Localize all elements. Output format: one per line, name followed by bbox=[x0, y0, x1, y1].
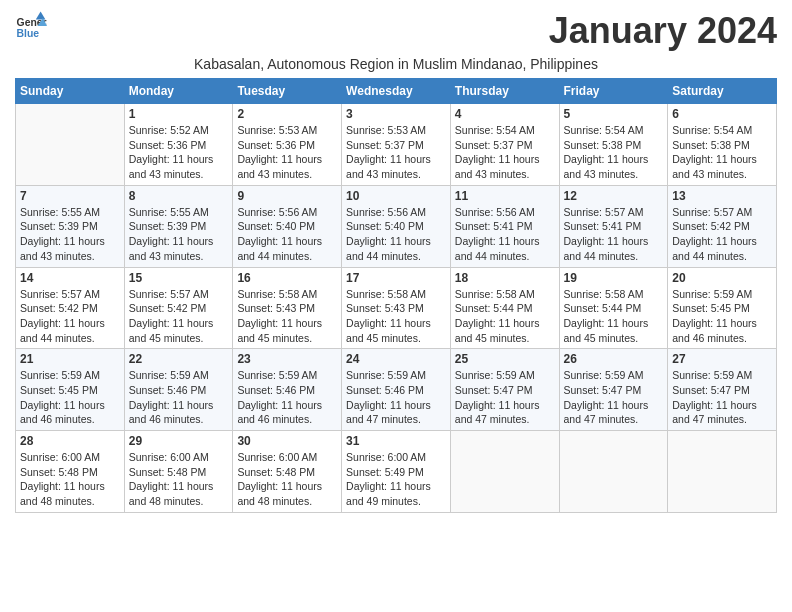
svg-text:Blue: Blue bbox=[17, 28, 40, 39]
calendar-cell: 8 Sunrise: 5:55 AMSunset: 5:39 PMDayligh… bbox=[124, 185, 233, 267]
day-info: Sunrise: 5:58 AMSunset: 5:44 PMDaylight:… bbox=[455, 288, 540, 344]
calendar-cell: 1 Sunrise: 5:52 AMSunset: 5:36 PMDayligh… bbox=[124, 104, 233, 186]
calendar-cell: 18 Sunrise: 5:58 AMSunset: 5:44 PMDaylig… bbox=[450, 267, 559, 349]
calendar-cell: 16 Sunrise: 5:58 AMSunset: 5:43 PMDaylig… bbox=[233, 267, 342, 349]
calendar-cell: 5 Sunrise: 5:54 AMSunset: 5:38 PMDayligh… bbox=[559, 104, 668, 186]
day-number: 3 bbox=[346, 107, 446, 121]
day-info: Sunrise: 5:59 AMSunset: 5:46 PMDaylight:… bbox=[129, 369, 214, 425]
day-number: 28 bbox=[20, 434, 120, 448]
day-number: 2 bbox=[237, 107, 337, 121]
calendar-cell: 29 Sunrise: 6:00 AMSunset: 5:48 PMDaylig… bbox=[124, 431, 233, 513]
day-info: Sunrise: 5:54 AMSunset: 5:38 PMDaylight:… bbox=[564, 124, 649, 180]
day-number: 4 bbox=[455, 107, 555, 121]
calendar-cell: 13 Sunrise: 5:57 AMSunset: 5:42 PMDaylig… bbox=[668, 185, 777, 267]
svg-marker-2 bbox=[36, 12, 46, 20]
day-number: 8 bbox=[129, 189, 229, 203]
calendar-week-3: 14 Sunrise: 5:57 AMSunset: 5:42 PMDaylig… bbox=[16, 267, 777, 349]
day-number: 31 bbox=[346, 434, 446, 448]
day-info: Sunrise: 5:54 AMSunset: 5:38 PMDaylight:… bbox=[672, 124, 757, 180]
day-info: Sunrise: 5:56 AMSunset: 5:41 PMDaylight:… bbox=[455, 206, 540, 262]
day-info: Sunrise: 5:59 AMSunset: 5:46 PMDaylight:… bbox=[237, 369, 322, 425]
calendar-cell: 3 Sunrise: 5:53 AMSunset: 5:37 PMDayligh… bbox=[342, 104, 451, 186]
header-friday: Friday bbox=[559, 79, 668, 104]
calendar-cell bbox=[16, 104, 125, 186]
day-info: Sunrise: 5:56 AMSunset: 5:40 PMDaylight:… bbox=[346, 206, 431, 262]
header-wednesday: Wednesday bbox=[342, 79, 451, 104]
logo: General Blue bbox=[15, 10, 51, 42]
day-number: 15 bbox=[129, 271, 229, 285]
header-monday: Monday bbox=[124, 79, 233, 104]
day-number: 12 bbox=[564, 189, 664, 203]
day-info: Sunrise: 5:58 AMSunset: 5:43 PMDaylight:… bbox=[346, 288, 431, 344]
calendar-cell: 30 Sunrise: 6:00 AMSunset: 5:48 PMDaylig… bbox=[233, 431, 342, 513]
header-saturday: Saturday bbox=[668, 79, 777, 104]
day-number: 17 bbox=[346, 271, 446, 285]
day-number: 9 bbox=[237, 189, 337, 203]
day-info: Sunrise: 5:59 AMSunset: 5:46 PMDaylight:… bbox=[346, 369, 431, 425]
calendar-cell: 14 Sunrise: 5:57 AMSunset: 5:42 PMDaylig… bbox=[16, 267, 125, 349]
day-info: Sunrise: 6:00 AMSunset: 5:48 PMDaylight:… bbox=[237, 451, 322, 507]
day-info: Sunrise: 5:59 AMSunset: 5:45 PMDaylight:… bbox=[672, 288, 757, 344]
calendar-cell: 22 Sunrise: 5:59 AMSunset: 5:46 PMDaylig… bbox=[124, 349, 233, 431]
day-info: Sunrise: 5:53 AMSunset: 5:36 PMDaylight:… bbox=[237, 124, 322, 180]
calendar-cell: 10 Sunrise: 5:56 AMSunset: 5:40 PMDaylig… bbox=[342, 185, 451, 267]
day-number: 5 bbox=[564, 107, 664, 121]
day-number: 22 bbox=[129, 352, 229, 366]
day-info: Sunrise: 5:57 AMSunset: 5:42 PMDaylight:… bbox=[129, 288, 214, 344]
calendar-cell bbox=[559, 431, 668, 513]
calendar-cell: 6 Sunrise: 5:54 AMSunset: 5:38 PMDayligh… bbox=[668, 104, 777, 186]
day-number: 25 bbox=[455, 352, 555, 366]
calendar-week-5: 28 Sunrise: 6:00 AMSunset: 5:48 PMDaylig… bbox=[16, 431, 777, 513]
day-info: Sunrise: 5:55 AMSunset: 5:39 PMDaylight:… bbox=[129, 206, 214, 262]
day-number: 11 bbox=[455, 189, 555, 203]
calendar-cell: 19 Sunrise: 5:58 AMSunset: 5:44 PMDaylig… bbox=[559, 267, 668, 349]
calendar-cell: 28 Sunrise: 6:00 AMSunset: 5:48 PMDaylig… bbox=[16, 431, 125, 513]
day-number: 30 bbox=[237, 434, 337, 448]
calendar-cell: 25 Sunrise: 5:59 AMSunset: 5:47 PMDaylig… bbox=[450, 349, 559, 431]
day-number: 14 bbox=[20, 271, 120, 285]
calendar-week-2: 7 Sunrise: 5:55 AMSunset: 5:39 PMDayligh… bbox=[16, 185, 777, 267]
day-info: Sunrise: 5:56 AMSunset: 5:40 PMDaylight:… bbox=[237, 206, 322, 262]
day-info: Sunrise: 5:52 AMSunset: 5:36 PMDaylight:… bbox=[129, 124, 214, 180]
calendar-cell bbox=[668, 431, 777, 513]
day-number: 10 bbox=[346, 189, 446, 203]
header-sunday: Sunday bbox=[16, 79, 125, 104]
calendar-cell: 20 Sunrise: 5:59 AMSunset: 5:45 PMDaylig… bbox=[668, 267, 777, 349]
day-number: 29 bbox=[129, 434, 229, 448]
subtitle: Kabasalan, Autonomous Region in Muslim M… bbox=[15, 56, 777, 72]
calendar-header-row: SundayMondayTuesdayWednesdayThursdayFrid… bbox=[16, 79, 777, 104]
day-number: 20 bbox=[672, 271, 772, 285]
day-number: 18 bbox=[455, 271, 555, 285]
day-info: Sunrise: 5:58 AMSunset: 5:43 PMDaylight:… bbox=[237, 288, 322, 344]
day-number: 24 bbox=[346, 352, 446, 366]
header-tuesday: Tuesday bbox=[233, 79, 342, 104]
calendar-cell: 7 Sunrise: 5:55 AMSunset: 5:39 PMDayligh… bbox=[16, 185, 125, 267]
day-number: 21 bbox=[20, 352, 120, 366]
day-info: Sunrise: 6:00 AMSunset: 5:48 PMDaylight:… bbox=[129, 451, 214, 507]
header: General Blue January 2024 bbox=[15, 10, 777, 52]
day-number: 19 bbox=[564, 271, 664, 285]
day-number: 23 bbox=[237, 352, 337, 366]
day-number: 7 bbox=[20, 189, 120, 203]
calendar-cell: 24 Sunrise: 5:59 AMSunset: 5:46 PMDaylig… bbox=[342, 349, 451, 431]
day-info: Sunrise: 5:57 AMSunset: 5:42 PMDaylight:… bbox=[20, 288, 105, 344]
calendar-cell: 12 Sunrise: 5:57 AMSunset: 5:41 PMDaylig… bbox=[559, 185, 668, 267]
day-info: Sunrise: 5:59 AMSunset: 5:47 PMDaylight:… bbox=[455, 369, 540, 425]
day-info: Sunrise: 5:59 AMSunset: 5:45 PMDaylight:… bbox=[20, 369, 105, 425]
day-info: Sunrise: 5:54 AMSunset: 5:37 PMDaylight:… bbox=[455, 124, 540, 180]
calendar-week-4: 21 Sunrise: 5:59 AMSunset: 5:45 PMDaylig… bbox=[16, 349, 777, 431]
day-info: Sunrise: 5:55 AMSunset: 5:39 PMDaylight:… bbox=[20, 206, 105, 262]
day-number: 27 bbox=[672, 352, 772, 366]
day-info: Sunrise: 5:57 AMSunset: 5:42 PMDaylight:… bbox=[672, 206, 757, 262]
day-info: Sunrise: 5:53 AMSunset: 5:37 PMDaylight:… bbox=[346, 124, 431, 180]
day-number: 26 bbox=[564, 352, 664, 366]
calendar-cell: 4 Sunrise: 5:54 AMSunset: 5:37 PMDayligh… bbox=[450, 104, 559, 186]
day-number: 6 bbox=[672, 107, 772, 121]
calendar-cell bbox=[450, 431, 559, 513]
calendar-cell: 26 Sunrise: 5:59 AMSunset: 5:47 PMDaylig… bbox=[559, 349, 668, 431]
calendar-cell: 21 Sunrise: 5:59 AMSunset: 5:45 PMDaylig… bbox=[16, 349, 125, 431]
calendar-week-1: 1 Sunrise: 5:52 AMSunset: 5:36 PMDayligh… bbox=[16, 104, 777, 186]
calendar-table: SundayMondayTuesdayWednesdayThursdayFrid… bbox=[15, 78, 777, 513]
day-info: Sunrise: 5:59 AMSunset: 5:47 PMDaylight:… bbox=[672, 369, 757, 425]
day-info: Sunrise: 5:59 AMSunset: 5:47 PMDaylight:… bbox=[564, 369, 649, 425]
